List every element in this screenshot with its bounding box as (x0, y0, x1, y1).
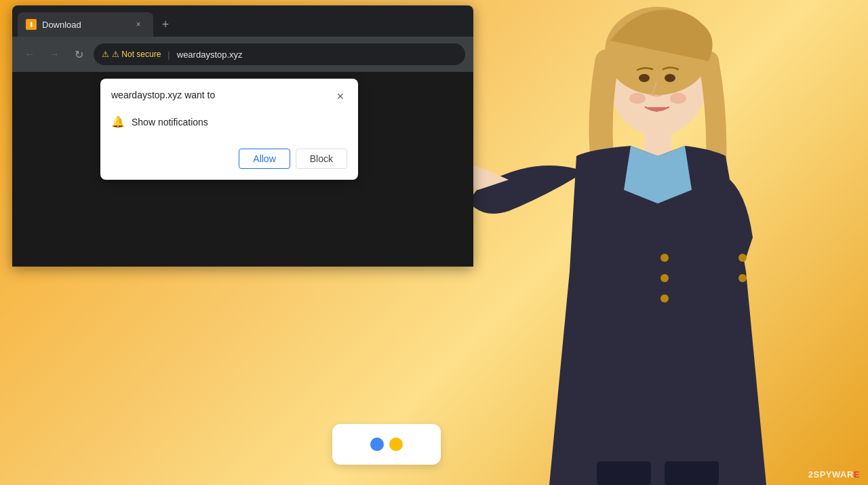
yellow-dot (389, 438, 403, 451)
security-text: ⚠ Not secure (112, 50, 161, 59)
address-separator: | (167, 50, 170, 60)
svg-point-3 (660, 254, 669, 262)
watermark-text: 2SPYWARE (808, 469, 860, 480)
svg-point-7 (738, 274, 747, 282)
svg-point-6 (738, 254, 747, 262)
svg-rect-2 (644, 129, 671, 156)
svg-point-4 (660, 274, 669, 282)
block-button[interactable]: Block (296, 149, 347, 169)
popup-header: weardaystop.xyz want to ✕ (100, 79, 358, 109)
permission-popup: weardaystop.xyz want to ✕ 🔔 Show notific… (100, 79, 358, 180)
active-tab[interactable]: ⬇ Download × (18, 12, 153, 37)
url-text: weardaystop.xyz (177, 50, 243, 60)
browser-content: weardaystop.xyz want to ✕ 🔔 Show notific… (12, 72, 473, 267)
popup-actions: Allow Block (100, 143, 358, 180)
forward-button[interactable]: → (45, 45, 64, 64)
warning-icon: ⚠ (102, 50, 109, 59)
back-button[interactable]: ← (20, 45, 39, 64)
popup-close-button[interactable]: ✕ (334, 90, 347, 103)
svg-rect-12 (597, 461, 651, 485)
svg-point-8 (639, 74, 650, 82)
permission-text: Show notifications (132, 117, 208, 128)
tab-bar: ⬇ Download × + (12, 5, 473, 37)
allow-button[interactable]: Allow (239, 149, 290, 169)
svg-point-10 (629, 93, 646, 104)
watermark: 2SPYWARE (808, 469, 860, 480)
browser-window: ⬇ Download × + ← → ↻ ⚠ ⚠ Not secure | we… (12, 5, 473, 267)
permission-item: 🔔 Show notifications (111, 111, 347, 132)
bottom-card (332, 424, 441, 465)
svg-point-5 (660, 294, 669, 303)
address-bar[interactable]: ⚠ ⚠ Not secure | weardaystop.xyz (94, 43, 465, 65)
person-figure (441, 0, 848, 485)
new-tab-button[interactable]: + (156, 15, 175, 34)
blue-dot (370, 438, 384, 451)
tab-favicon: ⬇ (26, 19, 37, 30)
svg-rect-13 (665, 461, 719, 485)
svg-point-9 (665, 74, 675, 82)
tab-title: Download (42, 20, 126, 30)
security-warning: ⚠ ⚠ Not secure (102, 50, 161, 59)
address-bar-area: ← → ↻ ⚠ ⚠ Not secure | weardaystop.xyz (12, 37, 473, 72)
tab-close-button[interactable]: × (132, 18, 145, 31)
svg-point-11 (670, 93, 686, 104)
reload-button[interactable]: ↻ (69, 45, 88, 64)
bell-icon: 🔔 (111, 115, 125, 128)
popup-body: 🔔 Show notifications (100, 109, 358, 143)
popup-title: weardaystop.xyz want to (111, 90, 215, 100)
